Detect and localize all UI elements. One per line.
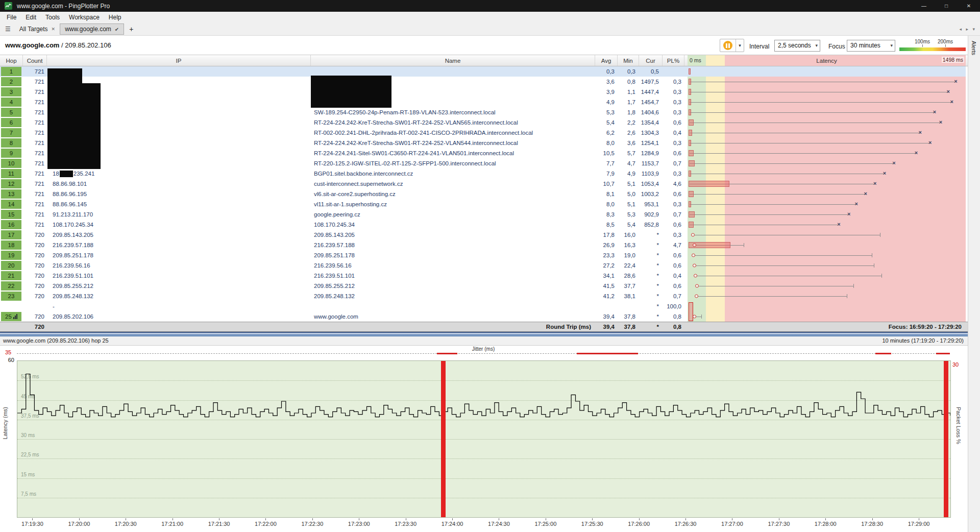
table-row[interactable]: 27213,60,81497,50,3× [0, 77, 968, 87]
table-row[interactable]: 10721RT-220-125.2-IGW-SITEL-02-RT-125-2-… [0, 158, 968, 168]
table-row[interactable]: 7721RT-002-002.241-DHL-2prihrada-RT-002-… [0, 128, 968, 138]
header-ip[interactable]: IP [47, 55, 311, 66]
x-tick [32, 518, 33, 520]
pause-button[interactable]: ▾ [720, 39, 744, 52]
header-latency[interactable]: 0 ms Latency 1498 ms [688, 55, 966, 66]
tab-scroll-left-icon[interactable]: ◂ [959, 27, 962, 32]
new-tab-button[interactable]: + [129, 25, 133, 33]
name-cell: 209.85.251.178 [311, 250, 595, 260]
ip-text: 209.85.251.178 [53, 252, 93, 258]
menu-item-file[interactable]: File [2, 12, 21, 23]
focus-select[interactable]: 30 minutes ▾ [847, 40, 895, 52]
avg-cell: 8,0 [595, 199, 618, 209]
cur-cell: * [639, 260, 663, 271]
packet-loss-box [689, 191, 694, 197]
app-icon [5, 2, 12, 10]
ip-cell: 88.86.96.145 [47, 199, 311, 209]
header-count[interactable]: Count [23, 55, 47, 66]
latency-max-marker: × [847, 209, 850, 219]
table-row[interactable]: 1472188.86.96.145vl11.sit-ar-1.superhost… [0, 199, 968, 209]
table-row[interactable]: 25720209.85.202.106www.google.com39,437,… [0, 311, 968, 322]
cur-cell: 1284,9 [639, 148, 663, 158]
table-row[interactable]: 8721RT-224-224.242-KreT-Strecha-SW01-RT-… [0, 138, 968, 148]
hop-number: 1 [1, 67, 21, 76]
latency-cell [688, 311, 966, 322]
tab-close-icon[interactable]: ✕ [52, 27, 56, 32]
hop-cell: 14 [0, 199, 23, 209]
redaction-box [311, 76, 391, 108]
latency-cell [688, 240, 966, 250]
maximize-button[interactable]: □ [935, 0, 958, 12]
name-cell [311, 66, 595, 77]
tab-www-google-com[interactable]: www.google.com ✔ [60, 23, 124, 35]
table-row[interactable]: 6721RT-224-224.242-KreT-Strecha-SW01-RT-… [0, 117, 968, 128]
name-cell: 209.85.143.205 [311, 230, 595, 240]
cur-cell: 852,8 [639, 220, 663, 230]
table-row[interactable]: 19720209.85.251.178209.85.251.17823,319,… [0, 250, 968, 260]
hop-number: 15 [1, 210, 21, 219]
header-min[interactable]: Min [618, 55, 639, 66]
table-row[interactable]: 21720216.239.51.101216.239.51.10134,128,… [0, 271, 968, 281]
hop-number: 11 [1, 169, 21, 178]
table-row[interactable]: -*100,0 [0, 301, 968, 311]
x-tick [173, 518, 173, 520]
pause-dropdown-icon[interactable]: ▾ [736, 39, 744, 52]
menu-item-workspace[interactable]: Workspace [64, 12, 104, 23]
hop-cell: 12 [0, 179, 23, 189]
tab-list-icon[interactable]: ▾ [972, 27, 975, 32]
table-row[interactable]: 37213,91,11447,40,3× [0, 87, 968, 97]
pane-splitter[interactable] [0, 332, 968, 336]
header-pl[interactable]: PL% [663, 55, 684, 66]
table-row[interactable]: 18720216.239.57.188216.239.57.18826,916,… [0, 240, 968, 250]
minimize-button[interactable]: — [913, 0, 935, 12]
min-cell: 38,1 [618, 291, 639, 301]
table-row[interactable]: 9721RT-224-224.241-Sitel-SW01-C3650-RT-2… [0, 148, 968, 158]
table-row[interactable]: 5721SW-189.254-C2950-24p-Penam-RT-189-VL… [0, 107, 968, 117]
jitter-label: Jitter (ms) [472, 346, 495, 352]
header-hop[interactable]: Hop [0, 55, 23, 66]
workspace-menu-icon[interactable]: ☰ [5, 26, 11, 33]
table-row[interactable]: 17210,30,30,5 [0, 66, 968, 77]
timeline-plot[interactable]: 52,5 ms45 ms37,5 ms30 ms22,5 ms15 ms7,5 … [17, 360, 951, 518]
table-row[interactable]: 1572191.213.211.170google.peering.cz8,35… [0, 209, 968, 220]
cur-cell: 1404,6 [639, 107, 663, 117]
name-cell: 216.239.51.101 [311, 271, 595, 281]
latency-axis-max: 60 [0, 357, 14, 363]
header-name[interactable]: Name [311, 55, 595, 66]
latency-cell [688, 301, 966, 311]
header-avg[interactable]: Avg [595, 55, 618, 66]
table-row[interactable]: 22720209.85.255.212209.85.255.21241,537,… [0, 281, 968, 291]
close-button[interactable]: ✕ [958, 0, 980, 12]
count-cell: 721 [23, 138, 47, 148]
latency-cell: × [688, 148, 966, 158]
latency-end-tick [744, 243, 744, 247]
min-cell: 28,6 [618, 271, 639, 281]
menu-item-help[interactable]: Help [104, 12, 126, 23]
table-row[interactable]: 1272188.86.98.101cust-interconnect.super… [0, 179, 968, 189]
pause-icon[interactable] [720, 39, 736, 52]
menu-item-edit[interactable]: Edit [21, 12, 41, 23]
table-row[interactable]: 47214,91,71454,70,3× [0, 97, 968, 107]
tab-all-targets[interactable]: All Targets ✕ [15, 23, 60, 35]
tab-scroll-right-icon[interactable]: ▸ [966, 27, 968, 32]
alerts-tab[interactable]: Alerts [971, 41, 977, 55]
latency-max-marker: × [883, 168, 886, 178]
count-cell: 721 [23, 97, 47, 107]
hop-number: 23 [1, 292, 21, 301]
latency-cell [688, 291, 966, 301]
table-row[interactable]: 17720209.85.143.205209.85.143.20517,816,… [0, 230, 968, 240]
hop-number: 12 [1, 179, 21, 188]
interval-select[interactable]: 2,5 seconds ▾ [774, 40, 820, 52]
latency-max-marker: × [954, 76, 957, 86]
table-row[interactable]: 16721108.170.245.34108.170.245.348,55,48… [0, 220, 968, 230]
table-row[interactable]: 23720209.85.248.132209.85.248.13241,238,… [0, 291, 968, 301]
table-row[interactable]: 1172118235.241BGP01.sitel.backbone.inter… [0, 168, 968, 179]
header-cur[interactable]: Cur [639, 55, 663, 66]
hop-cell: 10 [0, 158, 23, 168]
table-row[interactable]: 20720216.239.56.16216.239.56.1627,222,4*… [0, 260, 968, 271]
menu-item-tools[interactable]: Tools [41, 12, 64, 23]
table-row[interactable]: 1372188.86.96.195vl6.sit-ar-core2.superh… [0, 189, 968, 199]
rt-cur: * [639, 322, 663, 331]
min-cell: 22,4 [618, 260, 639, 271]
round-trip-row[interactable]: 720 Round Trip (ms) 39,4 37,8 * 0,8 Focu… [0, 322, 968, 332]
